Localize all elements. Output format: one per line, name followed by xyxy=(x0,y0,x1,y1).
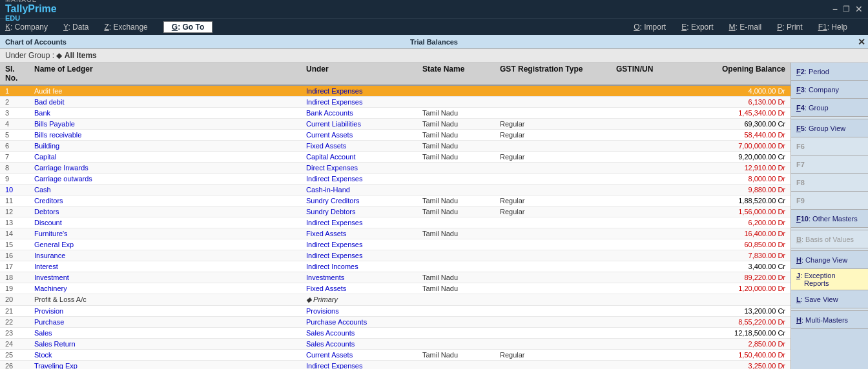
table-row[interactable]: 16 Insurance Indirect Expenses 7,830.00 … xyxy=(0,250,790,261)
table-row[interactable]: 23 Sales Sales Accounts 12,18,500.00 Cr xyxy=(0,328,790,339)
table-row[interactable]: 22 Purchase Purchase Accounts 8,55,220.0… xyxy=(0,317,790,328)
table-row[interactable]: 14 Furniture's Fixed Assets Tamil Nadu 1… xyxy=(0,228,790,239)
table-row[interactable]: 8 Carriage Inwards Direct Expenses 12,91… xyxy=(0,163,790,174)
table-row[interactable]: 5 Bills receivable Current Assets Tamil … xyxy=(0,130,790,141)
title-bar: Chart of Accounts Trial Balances ✕ xyxy=(0,35,868,49)
restore-button[interactable]: ❐ xyxy=(843,5,850,14)
table-row[interactable]: 10 Cash Cash-in-Hand 9,880.00 Dr xyxy=(0,185,790,196)
table-row[interactable]: 18 Investment Investments Tamil Nadu 89,… xyxy=(0,272,790,283)
sidebar-item-group-view[interactable]: F5: Group View xyxy=(791,119,868,137)
table-row[interactable]: 15 General Exp Indirect Expenses 60,850.… xyxy=(0,239,790,250)
cell-under: Sundry Debtors xyxy=(304,207,420,216)
cell-gst-type: Regular xyxy=(497,130,614,139)
table-row[interactable]: 9 Carriage outwards Indirect Expenses 8,… xyxy=(0,174,790,185)
table-row[interactable]: 20 Profit & Loss A/c ◆ Primary xyxy=(0,294,790,306)
table-row[interactable]: 12 Debtors Sundry Debtors Tamil Nadu Reg… xyxy=(0,206,790,217)
table-row[interactable]: 2 Bad debit Indirect Expenses 6,130.00 D… xyxy=(0,97,790,108)
cell-gst-type xyxy=(497,229,614,238)
cell-under: Indirect Expenses xyxy=(304,240,420,249)
goto-button[interactable]: G: Go To xyxy=(163,21,212,33)
table-row[interactable]: 13 Discount Indirect Expenses 6,200.00 D… xyxy=(0,217,790,228)
cell-under: Capital Account xyxy=(304,152,420,161)
cell-gst-type xyxy=(497,328,614,337)
cell-num: 12 xyxy=(3,207,32,216)
cell-gstin xyxy=(614,251,691,260)
sidebar-item-period[interactable]: F2: Period xyxy=(791,63,868,81)
table-row[interactable]: 3 Bank Bank Accounts Tamil Nadu 1,45,340… xyxy=(0,108,790,119)
menu-email[interactable]: M: E-mail xyxy=(729,23,762,32)
table-row[interactable]: 25 Stock Current Assets Tamil Nadu Regul… xyxy=(0,350,790,361)
cell-state: Tamil Nadu xyxy=(420,196,497,205)
cell-ledger: Bad debit xyxy=(32,97,304,106)
cell-under: Current Liabilities xyxy=(304,119,420,128)
cell-under: Indirect Expenses xyxy=(304,361,420,369)
cell-balance: 12,910.00 Dr xyxy=(691,163,788,172)
cell-gstin xyxy=(614,240,691,249)
cell-state: Tamil Nadu xyxy=(420,130,497,139)
cell-ledger: Discount xyxy=(32,218,304,227)
right-sidebar: F2: Period F3: Company F4: Group F5: Gro… xyxy=(790,63,868,369)
table-row[interactable]: 17 Interest Indirect Incomes 3,400.00 Cr xyxy=(0,261,790,272)
close-button[interactable]: ✕ xyxy=(855,4,863,14)
cell-num: 23 xyxy=(3,328,32,337)
menu-company[interactable]: K: Company xyxy=(5,23,48,32)
table-row[interactable]: 26 Traveling Exp Indirect Expenses 3,250… xyxy=(0,361,790,369)
sidebar-item-f7: F7 xyxy=(791,155,868,174)
table-row[interactable]: 21 Provision Provisions 13,200.00 Cr xyxy=(0,306,790,317)
cell-under: Direct Expenses xyxy=(304,163,420,172)
menu-exchange[interactable]: Z: Exchange xyxy=(104,23,147,32)
menu-help[interactable]: F1: Help xyxy=(818,23,847,32)
menu-print[interactable]: P: Print xyxy=(777,23,802,32)
cell-gst-type xyxy=(497,218,614,227)
table-row[interactable]: 6 Building Fixed Assets Tamil Nadu 7,00,… xyxy=(0,141,790,152)
cell-balance: 8,000.00 Dr xyxy=(691,174,788,183)
cell-gstin xyxy=(614,229,691,238)
table-row[interactable]: 24 Sales Return Sales Accounts 2,850.00 … xyxy=(0,339,790,350)
sidebar-item-company[interactable]: F3: Company xyxy=(791,81,868,99)
cell-num: 3 xyxy=(3,108,32,117)
cell-num: 18 xyxy=(3,273,32,282)
sidebar-item-other-masters[interactable]: F10: Other Masters xyxy=(791,210,868,228)
cell-balance: 7,830.00 Dr xyxy=(691,251,788,260)
sidebar-item-save-view[interactable]: L: Save View xyxy=(791,290,868,308)
table-header: Sl. No. Name of Ledger Under State Name … xyxy=(0,63,790,86)
cell-gst-type xyxy=(497,361,614,369)
cell-gstin xyxy=(614,218,691,227)
cell-num: 8 xyxy=(3,163,32,172)
sidebar-item-exception-reports[interactable]: J: ExceptionReports xyxy=(791,269,868,290)
menu-export[interactable]: E: Export xyxy=(681,23,713,32)
cell-ledger: Stock xyxy=(32,350,304,359)
sidebar-item-group[interactable]: F4: Group xyxy=(791,99,868,117)
menu-data[interactable]: Y: Data xyxy=(63,23,88,32)
table-row[interactable]: 11 Creditors Sundry Creditors Tamil Nadu… xyxy=(0,196,790,206)
cell-ledger: Sales xyxy=(32,328,304,337)
cell-gstin xyxy=(614,306,691,316)
cell-under: Indirect Expenses xyxy=(304,97,420,106)
table-row[interactable]: 4 Bills Payable Current Liabilities Tami… xyxy=(0,119,790,130)
cell-state: Tamil Nadu xyxy=(420,108,497,117)
cell-num: 15 xyxy=(3,240,32,249)
cell-balance: 1,88,520.00 Cr xyxy=(691,196,788,205)
cell-gstin xyxy=(614,196,691,205)
under-group-value: All Items xyxy=(65,51,97,60)
cell-gstin xyxy=(614,152,691,161)
sidebar-item-change-view[interactable]: H: Change View xyxy=(791,251,868,269)
cell-balance: 2,850.00 Dr xyxy=(691,339,788,348)
cell-gst-type xyxy=(497,317,614,326)
cell-gstin xyxy=(614,108,691,117)
cell-num: 20 xyxy=(3,295,32,305)
title-close-button[interactable]: ✕ xyxy=(858,37,865,47)
cell-ledger: Carriage Inwards xyxy=(32,163,304,172)
cell-gstin xyxy=(614,361,691,369)
sidebar-item-multi-masters[interactable]: H: Multi-Masters xyxy=(791,311,868,329)
table-row[interactable]: 1 Audit fee Indirect Expenses 4,000.00 D… xyxy=(0,86,790,97)
table-row[interactable]: 19 Machinery Fixed Assets Tamil Nadu 1,2… xyxy=(0,283,790,294)
menu-import[interactable]: O: Import xyxy=(634,23,666,32)
cell-gstin xyxy=(614,284,691,293)
cell-gstin xyxy=(614,328,691,337)
cell-gst-type xyxy=(497,163,614,172)
table-row[interactable]: 7 Capital Capital Account Tamil Nadu Reg… xyxy=(0,152,790,163)
cell-gst-type xyxy=(497,97,614,106)
cell-num: 22 xyxy=(3,317,32,326)
minimize-button[interactable]: − xyxy=(832,4,838,14)
